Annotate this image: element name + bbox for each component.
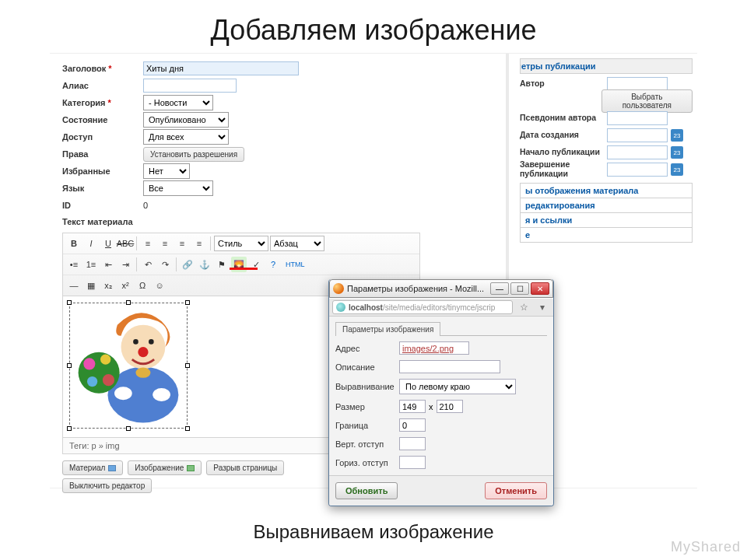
close-icon[interactable]: ✕ bbox=[531, 282, 549, 295]
img-desc-input[interactable] bbox=[399, 360, 500, 373]
resize-handle[interactable] bbox=[185, 363, 190, 368]
img-height-input[interactable] bbox=[437, 400, 463, 413]
category-select[interactable]: - Новости bbox=[143, 95, 213, 110]
resize-handle[interactable] bbox=[67, 426, 72, 431]
header-label: Заголовок * bbox=[62, 64, 143, 73]
align-right-icon[interactable]: ≡ bbox=[174, 236, 190, 251]
calendar-icon[interactable]: 23 bbox=[671, 129, 683, 142]
hr-icon[interactable]: — bbox=[66, 278, 82, 293]
img-width-input[interactable] bbox=[399, 400, 426, 413]
html-source-button[interactable]: HTML bbox=[282, 257, 308, 272]
sup-icon[interactable]: x² bbox=[117, 278, 133, 293]
accordion-extra[interactable]: e bbox=[520, 228, 693, 243]
created-input[interactable] bbox=[607, 128, 668, 142]
featured-select[interactable]: Нет bbox=[143, 163, 190, 179]
pseudonym-label: Псевдоним автора bbox=[520, 114, 607, 123]
popup-tab[interactable]: Параметры изображения bbox=[335, 322, 440, 336]
image-icon[interactable]: 🌄 bbox=[231, 257, 247, 272]
resize-handle[interactable] bbox=[185, 426, 190, 431]
undo-icon[interactable]: ↶ bbox=[140, 257, 156, 272]
help-icon[interactable]: ? bbox=[265, 257, 281, 272]
img-hspace-input[interactable] bbox=[399, 456, 426, 469]
img-vspace-input[interactable] bbox=[399, 437, 426, 450]
access-select[interactable]: Для всех bbox=[143, 129, 229, 145]
style-select[interactable]: Стиль bbox=[214, 236, 268, 251]
maximize-icon[interactable]: ☐ bbox=[510, 282, 529, 295]
star-icon[interactable]: ☆ bbox=[516, 300, 531, 314]
minimize-icon[interactable]: — bbox=[490, 282, 509, 295]
sub-icon[interactable]: x₂ bbox=[100, 278, 116, 293]
char-icon[interactable]: Ω bbox=[135, 278, 150, 293]
calendar-icon[interactable]: 23 bbox=[671, 146, 683, 159]
accordion-display[interactable]: ы отображения материала bbox=[520, 183, 693, 198]
material-button[interactable]: Материал bbox=[62, 460, 123, 475]
author-label: Автор bbox=[520, 79, 607, 89]
img-border-input[interactable] bbox=[399, 418, 426, 432]
state-select[interactable]: Опубликовано bbox=[143, 112, 229, 128]
svg-point-8 bbox=[103, 374, 114, 386]
paragraph-select[interactable]: Абзац bbox=[270, 236, 324, 251]
align-justify-icon[interactable]: ≡ bbox=[191, 236, 207, 251]
bottom-buttons: Материал Изображение Разрыв страницы bbox=[62, 460, 319, 475]
calendar-icon[interactable]: 23 bbox=[671, 163, 683, 176]
lang-label: Язык bbox=[62, 184, 143, 193]
redo-icon[interactable]: ↷ bbox=[157, 257, 173, 272]
dropdown-icon[interactable]: ▾ bbox=[535, 300, 550, 314]
align-left-icon[interactable]: ≡ bbox=[140, 236, 156, 251]
header-input[interactable] bbox=[143, 61, 299, 75]
required-star: * bbox=[108, 64, 111, 73]
img-vspace-label: Верт. отступ bbox=[335, 439, 399, 449]
anchor-icon[interactable]: ⚑ bbox=[214, 257, 230, 272]
svg-point-12 bbox=[135, 368, 150, 378]
table-icon[interactable]: ▦ bbox=[83, 278, 99, 293]
selected-image[interactable] bbox=[69, 303, 188, 429]
text-label: Текст материала bbox=[62, 217, 133, 226]
resize-handle[interactable] bbox=[67, 300, 72, 305]
accordion-edit[interactable]: редактирования bbox=[520, 198, 693, 213]
resize-handle[interactable] bbox=[126, 426, 131, 431]
url-field[interactable]: localhost/site/media/editors/tinymce/jsc… bbox=[332, 300, 513, 314]
img-align-select[interactable]: По левому краю bbox=[399, 379, 516, 394]
set-permissions-button[interactable]: Установить разрешения bbox=[143, 147, 244, 162]
emoticon-icon[interactable]: ☺ bbox=[152, 278, 167, 293]
id-label: ID bbox=[62, 201, 143, 210]
img-align-label: Выравнивание bbox=[335, 382, 399, 391]
bold-icon[interactable]: B bbox=[66, 236, 82, 251]
separator-icon bbox=[210, 236, 211, 250]
pseudonym-input[interactable] bbox=[607, 111, 668, 125]
image-button[interactable]: Изображение bbox=[128, 460, 202, 475]
editor-off-button[interactable]: Выключить редактор bbox=[62, 478, 152, 493]
slide-title: Добавляем изображение bbox=[0, 0, 747, 53]
popup-title: Параметры изображения - Mozill... bbox=[347, 284, 487, 293]
resize-handle[interactable] bbox=[126, 300, 131, 305]
resize-handle[interactable] bbox=[67, 363, 72, 368]
indent-icon[interactable]: ⇥ bbox=[117, 257, 133, 272]
cancel-button[interactable]: Отменить bbox=[485, 482, 547, 499]
alias-input[interactable] bbox=[143, 79, 237, 93]
lang-select[interactable]: Все bbox=[143, 180, 213, 196]
unlink-icon[interactable]: ⚓ bbox=[197, 257, 212, 272]
svg-point-4 bbox=[149, 339, 154, 345]
pubend-input[interactable] bbox=[607, 163, 668, 177]
update-button[interactable]: Обновить bbox=[335, 482, 398, 499]
align-center-icon[interactable]: ≡ bbox=[157, 236, 173, 251]
pubstart-input[interactable] bbox=[607, 145, 668, 159]
accordion-links[interactable]: я и ссылки bbox=[520, 213, 693, 228]
outdent-icon[interactable]: ⇤ bbox=[100, 257, 116, 272]
link-icon[interactable]: 🔗 bbox=[180, 257, 195, 272]
svg-point-5 bbox=[79, 352, 120, 394]
globe-icon bbox=[336, 303, 345, 312]
strike-icon[interactable]: ABC bbox=[117, 236, 133, 251]
underline-icon[interactable]: U bbox=[100, 236, 116, 251]
img-addr-input[interactable] bbox=[399, 341, 469, 355]
ul-icon[interactable]: •≡ bbox=[66, 257, 82, 272]
resize-handle[interactable] bbox=[185, 300, 190, 305]
ol-icon[interactable]: 1≡ bbox=[83, 257, 99, 272]
img-size-label: Размер bbox=[335, 402, 399, 411]
pub-params-header[interactable]: Параметры публикации bbox=[520, 58, 693, 74]
pick-user-button[interactable]: Выбрать пользователя bbox=[601, 89, 693, 113]
popup-titlebar[interactable]: Параметры изображения - Mozill... — ☐ ✕ bbox=[329, 279, 553, 298]
cleanup-icon[interactable]: ✓ bbox=[248, 257, 264, 272]
italic-icon[interactable]: I bbox=[83, 236, 99, 251]
pagebreak-button[interactable]: Разрыв страницы bbox=[206, 460, 284, 475]
